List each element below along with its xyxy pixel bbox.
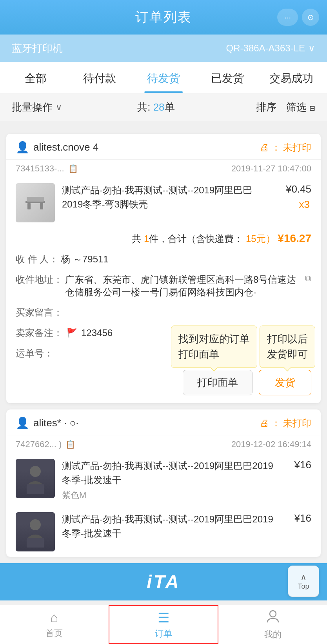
copy-icon-1[interactable]: ⧉	[305, 273, 311, 284]
product-name-2a: 测试产品-勿拍-我再测试--测试--2019阿里巴巴2019冬季-批发速干	[62, 459, 281, 487]
svg-rect-3	[27, 197, 44, 202]
tab-shipped[interactable]: 已发货	[195, 71, 259, 93]
sort-button[interactable]: 排序	[256, 100, 276, 114]
product-price-2b: ¥16	[288, 512, 311, 524]
product-price-2a: ¥16	[288, 459, 311, 471]
order-user-2: 👤 alites* · ○·	[16, 417, 78, 429]
product-img-placeholder-1	[16, 183, 55, 222]
print-status-2: 🖨 ： 未打印	[260, 417, 311, 429]
ita-logo: iTA	[147, 571, 180, 593]
nav-orders[interactable]: ☰ 订单	[109, 605, 219, 644]
more-icon: ···	[284, 13, 291, 22]
shipping-cost-1: 15元）	[246, 233, 275, 244]
address-row-1: 收件地址： 广东省、东莞市、虎门镇新联管理区高科一路8号信速达仓储服务公司一楼一…	[6, 269, 321, 302]
order-user-1: 👤 alitest.cnove 4	[16, 141, 98, 154]
product-price-1: ¥0.45	[280, 183, 311, 195]
receiver-value-1: 杨 ～79511	[61, 253, 311, 266]
tab-all[interactable]: 全部	[4, 71, 68, 93]
buyer-remark-label-1: 买家留言：	[16, 306, 63, 319]
scan-button[interactable]: ⊙	[302, 9, 319, 26]
order-card-2: 👤 alites* · ○· 🖨 ： 未打印 7427662... ) 📋 20…	[6, 409, 321, 557]
orders-icon: ☰	[158, 610, 169, 626]
username-2: alites* · ○·	[33, 417, 78, 429]
svg-point-7	[30, 519, 41, 530]
order-header-1: 👤 alitest.cnove 4 🖨 ： 未打印	[6, 134, 321, 160]
tracking-label-1: 运单号：	[16, 347, 53, 360]
tab-completed[interactable]: 交易成功	[259, 71, 323, 93]
order-num-row-1: 73415133-... 📋 2019-11-27 10:47:00	[6, 160, 321, 178]
tooltip-print: 找到对应的订单打印面单	[171, 326, 257, 368]
divider	[0, 121, 327, 127]
person-photo-1	[16, 459, 55, 498]
order-date-2: 2019-12-02 16:49:14	[231, 439, 311, 449]
svg-point-4	[30, 466, 41, 477]
doc-icon: 📋	[68, 164, 78, 173]
device-name: QR-386A-A363-LE	[226, 43, 305, 54]
product-variant-2a: 紫色M	[62, 489, 281, 501]
print-status-label-1: ：	[271, 141, 281, 154]
my-icon	[266, 609, 280, 626]
printer-icon: 🖨	[260, 142, 269, 153]
order-item-row-2b: 测试产品-勿拍-我再测试--测试--2019阿里巴巴2019冬季-批发速干 ¥1…	[6, 507, 321, 557]
svg-rect-1	[27, 203, 31, 209]
product-info-1: 测试产品-勿拍-我再测试--测试--2019阿里巴巴2019冬季-弯3脚铁壳	[62, 183, 273, 211]
svg-rect-6	[27, 484, 44, 494]
bluetooth-bar[interactable]: 蓝牙打印机 QR-386A-A363-LE ∨	[0, 35, 327, 62]
nav-my[interactable]: 我的	[218, 605, 327, 644]
product-name-1: 测试产品-勿拍-我再测试--测试--2019阿里巴巴2019冬季-弯3脚铁壳	[62, 185, 252, 209]
order-actions-1: 找到对应的订单打印面单 打印面单 打印以后发货即可 发货	[6, 364, 321, 403]
product-price-qty-1: ¥0.45 x3	[280, 183, 311, 211]
chevron-down-icon: ∨	[308, 43, 315, 54]
print-status-text-2: 未打印	[283, 417, 311, 429]
home-icon: ⌂	[50, 610, 58, 625]
product-qty-1: x3	[280, 198, 311, 211]
order-item-row-1: 测试产品-勿拍-我再测试--测试--2019阿里巴巴2019冬季-弯3脚铁壳 ¥…	[6, 178, 321, 228]
order-header-2: 👤 alites* · ○· 🖨 ： 未打印	[6, 409, 321, 435]
order-total-row-1: 共 1件，合计（含快递费： 15元） ¥16.27	[6, 228, 321, 249]
total-text-1: 共 1件，合计（含快递费：	[132, 233, 243, 244]
product-name-2b: 测试产品-勿拍-我再测试--测试--2019阿里巴巴2019冬季-批发速干	[62, 512, 281, 540]
top-label: Top	[298, 582, 309, 591]
order-number-2: 7427662... ) 📋	[16, 439, 75, 449]
batch-ops-label: 批量操作	[12, 100, 53, 114]
tooltip-ship: 打印以后发货即可	[260, 326, 315, 368]
buyer-remark-row-1: 买家留言：	[6, 302, 321, 323]
tab-pending-payment[interactable]: 待付款	[68, 71, 132, 93]
order-card-1: 👤 alitest.cnove 4 🖨 ： 未打印 73415133-... 📋…	[6, 134, 321, 403]
svg-rect-9	[27, 538, 44, 548]
receiver-row-1: 收 件 人： 杨 ～79511	[6, 249, 321, 269]
ship-tooltip-container: 打印以后发货即可 发货	[259, 370, 311, 395]
product-info-2a: 测试产品-勿拍-我再测试--测试--2019阿里巴巴2019冬季-批发速干 紫色…	[62, 459, 281, 501]
filter-icon: ⊟	[309, 104, 315, 112]
more-button[interactable]: ···	[277, 9, 298, 26]
nav-home[interactable]: ⌂ 首页	[0, 605, 109, 644]
order-total-1: ¥16.27	[278, 232, 311, 244]
top-button[interactable]: ∧ Top	[288, 566, 319, 597]
product-image-1	[16, 183, 55, 222]
orders-label: 订单	[155, 628, 172, 640]
batch-ops-button[interactable]: 批量操作 ∨	[12, 100, 62, 114]
top-arrow-icon: ∧	[300, 572, 307, 582]
receiver-label-1: 收 件 人：	[16, 253, 58, 266]
bluetooth-device[interactable]: QR-386A-A363-LE ∨	[226, 43, 315, 54]
address-value-1: 广东省、东莞市、虎门镇新联管理区高科一路8号信速达仓储服务公司一楼一号门易佰网络…	[65, 273, 300, 298]
filter-button[interactable]: 筛选 ⊟	[286, 100, 315, 114]
tab-pending-shipping[interactable]: 待发货	[132, 71, 196, 93]
order-count-number: 28	[153, 101, 165, 113]
order-item-row-2a: 测试产品-勿拍-我再测试--测试--2019阿里巴巴2019冬季-批发速干 紫色…	[6, 453, 321, 507]
print-button-1[interactable]: 打印面单	[183, 370, 253, 395]
user-icon: 👤	[16, 141, 29, 154]
product-price-value-2a: ¥16	[288, 459, 311, 471]
product-price-value-2b: ¥16	[288, 512, 311, 524]
tabs-bar: 全部 待付款 待发货 已发货 交易成功	[0, 62, 327, 93]
product-info-2b: 测试产品-勿拍-我再测试--测试--2019阿里巴巴2019冬季-批发速干	[62, 512, 281, 540]
printer-icon-2: 🖨	[260, 418, 269, 429]
username-1: alitest.cnove 4	[33, 141, 98, 153]
doc-icon-2: 📋	[65, 440, 75, 449]
order-num-row-2: 7427662... ) 📋 2019-12-02 16:49:14	[6, 435, 321, 453]
bluetooth-label: 蓝牙打印机	[12, 42, 63, 55]
svg-point-10	[270, 611, 276, 617]
flag-icon-1: 🚩	[67, 328, 77, 338]
order-count: 共: 28单	[66, 100, 246, 114]
header-icons: ··· ⊙	[277, 9, 319, 26]
